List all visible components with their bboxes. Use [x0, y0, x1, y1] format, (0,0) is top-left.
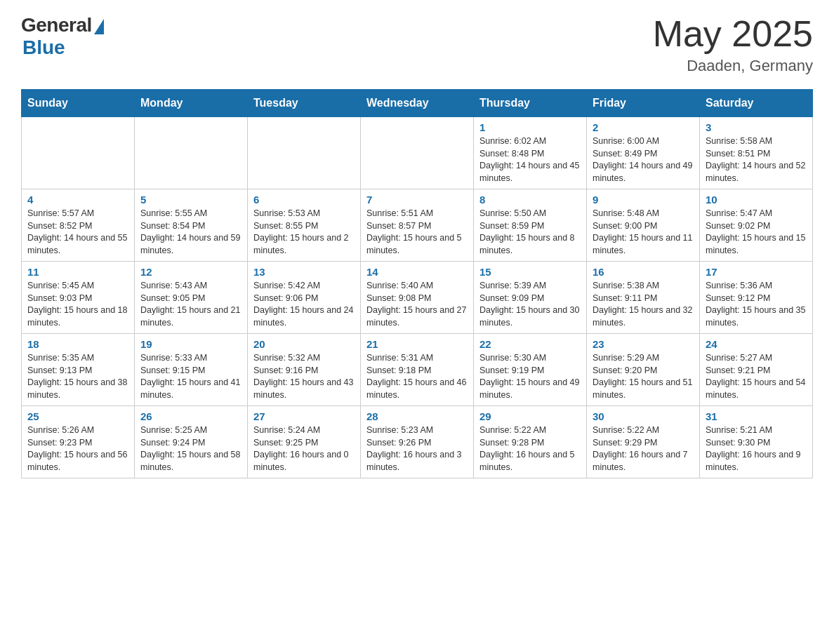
calendar-cell: 1Sunrise: 6:02 AM Sunset: 8:48 PM Daylig… — [474, 117, 587, 189]
calendar-cell: 14Sunrise: 5:40 AM Sunset: 9:08 PM Dayli… — [361, 262, 474, 334]
week-row-5: 25Sunrise: 5:26 AM Sunset: 9:23 PM Dayli… — [22, 406, 813, 478]
day-number: 8 — [479, 194, 581, 206]
calendar-cell: 13Sunrise: 5:42 AM Sunset: 9:06 PM Dayli… — [248, 262, 361, 334]
calendar-cell: 5Sunrise: 5:55 AM Sunset: 8:54 PM Daylig… — [135, 189, 248, 262]
day-number: 4 — [27, 194, 128, 206]
day-info: Sunrise: 5:36 AM Sunset: 9:12 PM Dayligh… — [706, 280, 807, 329]
day-number: 7 — [366, 194, 468, 206]
calendar-cell: 15Sunrise: 5:39 AM Sunset: 9:09 PM Dayli… — [474, 262, 587, 334]
day-info: Sunrise: 5:33 AM Sunset: 9:15 PM Dayligh… — [140, 352, 241, 401]
calendar-cell: 27Sunrise: 5:24 AM Sunset: 9:25 PM Dayli… — [248, 406, 361, 478]
logo-triangle-icon — [94, 19, 104, 34]
day-info: Sunrise: 5:40 AM Sunset: 9:08 PM Dayligh… — [366, 280, 468, 329]
calendar-cell: 24Sunrise: 5:27 AM Sunset: 9:21 PM Dayli… — [700, 334, 813, 406]
day-info: Sunrise: 5:57 AM Sunset: 8:52 PM Dayligh… — [27, 208, 128, 257]
day-number: 11 — [27, 266, 128, 278]
calendar-cell: 16Sunrise: 5:38 AM Sunset: 9:11 PM Dayli… — [587, 262, 700, 334]
calendar-cell: 6Sunrise: 5:53 AM Sunset: 8:55 PM Daylig… — [248, 189, 361, 262]
calendar-cell: 4Sunrise: 5:57 AM Sunset: 8:52 PM Daylig… — [22, 189, 135, 262]
calendar-cell: 2Sunrise: 6:00 AM Sunset: 8:49 PM Daylig… — [587, 117, 700, 189]
calendar-cell: 18Sunrise: 5:35 AM Sunset: 9:13 PM Dayli… — [22, 334, 135, 406]
day-number: 12 — [140, 266, 241, 278]
calendar-table: SundayMondayTuesdayWednesdayThursdayFrid… — [21, 89, 813, 478]
day-info: Sunrise: 5:47 AM Sunset: 9:02 PM Dayligh… — [706, 208, 807, 257]
day-number: 6 — [253, 194, 355, 206]
day-info: Sunrise: 5:26 AM Sunset: 9:23 PM Dayligh… — [27, 424, 128, 474]
calendar-cell — [361, 117, 474, 189]
calendar-cell — [248, 117, 361, 189]
day-number: 25 — [27, 410, 128, 422]
day-number: 31 — [706, 410, 807, 422]
week-row-2: 4Sunrise: 5:57 AM Sunset: 8:52 PM Daylig… — [22, 189, 813, 262]
calendar-cell: 8Sunrise: 5:50 AM Sunset: 8:59 PM Daylig… — [474, 189, 587, 262]
calendar-cell: 21Sunrise: 5:31 AM Sunset: 9:18 PM Dayli… — [361, 334, 474, 406]
week-row-1: 1Sunrise: 6:02 AM Sunset: 8:48 PM Daylig… — [22, 117, 813, 189]
day-info: Sunrise: 6:02 AM Sunset: 8:48 PM Dayligh… — [479, 135, 581, 185]
day-info: Sunrise: 5:21 AM Sunset: 9:30 PM Dayligh… — [706, 424, 807, 474]
calendar-cell: 3Sunrise: 5:58 AM Sunset: 8:51 PM Daylig… — [700, 117, 813, 189]
day-info: Sunrise: 5:48 AM Sunset: 9:00 PM Dayligh… — [593, 208, 694, 257]
day-number: 27 — [253, 410, 355, 422]
day-number: 1 — [479, 121, 581, 133]
day-info: Sunrise: 5:25 AM Sunset: 9:24 PM Dayligh… — [140, 424, 241, 474]
day-info: Sunrise: 5:43 AM Sunset: 9:05 PM Dayligh… — [140, 280, 241, 329]
calendar-cell: 10Sunrise: 5:47 AM Sunset: 9:02 PM Dayli… — [700, 189, 813, 262]
calendar-cell: 11Sunrise: 5:45 AM Sunset: 9:03 PM Dayli… — [22, 262, 135, 334]
calendar-header-saturday: Saturday — [700, 90, 813, 117]
calendar-cell: 7Sunrise: 5:51 AM Sunset: 8:57 PM Daylig… — [361, 189, 474, 262]
calendar-cell: 22Sunrise: 5:30 AM Sunset: 9:19 PM Dayli… — [474, 334, 587, 406]
calendar-header-thursday: Thursday — [474, 90, 587, 117]
day-info: Sunrise: 5:38 AM Sunset: 9:11 PM Dayligh… — [593, 280, 694, 329]
calendar-cell: 26Sunrise: 5:25 AM Sunset: 9:24 PM Dayli… — [135, 406, 248, 478]
day-info: Sunrise: 5:35 AM Sunset: 9:13 PM Dayligh… — [27, 352, 128, 401]
day-number: 9 — [593, 194, 694, 206]
day-info: Sunrise: 5:31 AM Sunset: 9:18 PM Dayligh… — [366, 352, 468, 401]
calendar-cell: 31Sunrise: 5:21 AM Sunset: 9:30 PM Dayli… — [700, 406, 813, 478]
logo: General Blue — [21, 14, 104, 59]
calendar-cell: 28Sunrise: 5:23 AM Sunset: 9:26 PM Dayli… — [361, 406, 474, 478]
day-number: 16 — [593, 266, 694, 278]
logo-blue-text: Blue — [22, 36, 65, 59]
day-number: 21 — [366, 338, 468, 350]
day-info: Sunrise: 5:32 AM Sunset: 9:16 PM Dayligh… — [253, 352, 355, 401]
day-number: 15 — [479, 266, 581, 278]
title-block: May 2025 Daaden, Germany — [653, 14, 813, 75]
calendar-header-tuesday: Tuesday — [248, 90, 361, 117]
day-number: 10 — [706, 194, 807, 206]
day-number: 2 — [593, 121, 694, 133]
day-info: Sunrise: 5:58 AM Sunset: 8:51 PM Dayligh… — [706, 135, 807, 185]
day-number: 29 — [479, 410, 581, 422]
day-info: Sunrise: 5:22 AM Sunset: 9:29 PM Dayligh… — [593, 424, 694, 474]
day-info: Sunrise: 5:55 AM Sunset: 8:54 PM Dayligh… — [140, 208, 241, 257]
calendar-cell: 20Sunrise: 5:32 AM Sunset: 9:16 PM Dayli… — [248, 334, 361, 406]
day-number: 5 — [140, 194, 241, 206]
day-number: 23 — [593, 338, 694, 350]
logo-general-text: General — [21, 14, 92, 36]
day-number: 26 — [140, 410, 241, 422]
location-subtitle: Daaden, Germany — [653, 57, 813, 75]
day-info: Sunrise: 5:30 AM Sunset: 9:19 PM Dayligh… — [479, 352, 581, 401]
calendar-cell: 23Sunrise: 5:29 AM Sunset: 9:20 PM Dayli… — [587, 334, 700, 406]
day-info: Sunrise: 5:50 AM Sunset: 8:59 PM Dayligh… — [479, 208, 581, 257]
day-number: 3 — [706, 121, 807, 133]
day-number: 24 — [706, 338, 807, 350]
day-info: Sunrise: 5:53 AM Sunset: 8:55 PM Dayligh… — [253, 208, 355, 257]
day-info: Sunrise: 5:51 AM Sunset: 8:57 PM Dayligh… — [366, 208, 468, 257]
day-number: 20 — [253, 338, 355, 350]
calendar-cell: 30Sunrise: 5:22 AM Sunset: 9:29 PM Dayli… — [587, 406, 700, 478]
day-info: Sunrise: 5:23 AM Sunset: 9:26 PM Dayligh… — [366, 424, 468, 474]
day-number: 17 — [706, 266, 807, 278]
day-info: Sunrise: 5:39 AM Sunset: 9:09 PM Dayligh… — [479, 280, 581, 329]
day-number: 22 — [479, 338, 581, 350]
day-number: 30 — [593, 410, 694, 422]
calendar-cell: 19Sunrise: 5:33 AM Sunset: 9:15 PM Dayli… — [135, 334, 248, 406]
day-info: Sunrise: 6:00 AM Sunset: 8:49 PM Dayligh… — [593, 135, 694, 185]
week-row-4: 18Sunrise: 5:35 AM Sunset: 9:13 PM Dayli… — [22, 334, 813, 406]
calendar-header-monday: Monday — [135, 90, 248, 117]
calendar-cell: 17Sunrise: 5:36 AM Sunset: 9:12 PM Dayli… — [700, 262, 813, 334]
day-number: 28 — [366, 410, 468, 422]
calendar-cell: 29Sunrise: 5:22 AM Sunset: 9:28 PM Dayli… — [474, 406, 587, 478]
calendar-cell: 25Sunrise: 5:26 AM Sunset: 9:23 PM Dayli… — [22, 406, 135, 478]
day-info: Sunrise: 5:27 AM Sunset: 9:21 PM Dayligh… — [706, 352, 807, 401]
day-number: 18 — [27, 338, 128, 350]
